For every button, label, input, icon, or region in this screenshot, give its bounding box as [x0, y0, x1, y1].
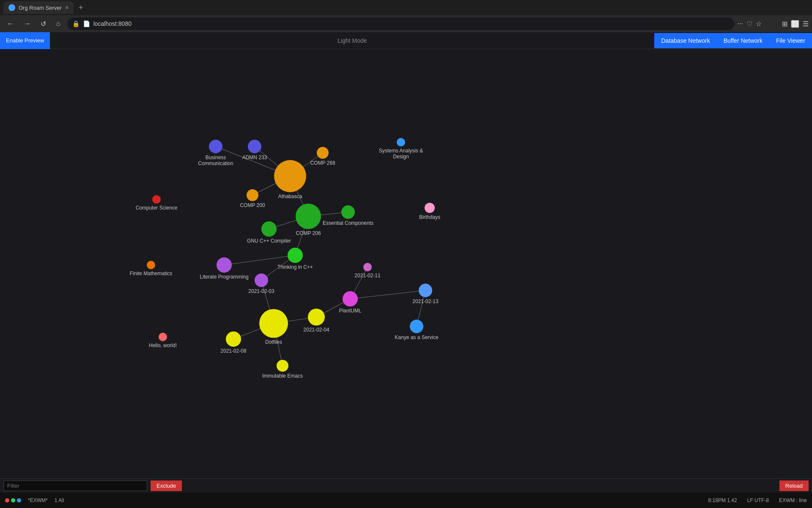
enable-preview-button[interactable]: Enable Preview [0, 32, 50, 49]
graph-node-label-dotfiles: Dotfiles [265, 339, 282, 345]
refresh-button[interactable]: ↺ [37, 18, 49, 30]
graph-node-label-date_2021_02_13: 2021-02-13 [412, 298, 439, 304]
file-viewer-tab[interactable]: File Viewer [769, 33, 812, 48]
browser-tab[interactable]: Org Roam Server × [3, 1, 74, 14]
graph-node-computer_science[interactable] [152, 195, 161, 204]
exclude-button[interactable]: Exclude [151, 480, 182, 491]
graph-node-literate_prog[interactable] [217, 257, 232, 273]
graph-node-date_2021_02_13[interactable] [419, 284, 432, 297]
graph-node-date_2021_02_03[interactable] [255, 273, 268, 287]
nav-buttons: Database Network Buffer Network File Vie… [654, 33, 812, 48]
status-bar: *EXWM* 1 All 8:18PM 1.42 LF UTF-8 EXWM :… [0, 493, 812, 508]
graph-node-admn233[interactable] [248, 140, 261, 153]
page-icon: 📄 [83, 20, 90, 27]
back-button[interactable]: ← [3, 18, 17, 29]
new-tab-button[interactable]: + [75, 2, 87, 14]
graph-edge [224, 255, 295, 265]
graph-node-date_2021_02_04[interactable] [308, 309, 325, 326]
bottom-bar: Exclude Reload [0, 478, 812, 493]
graph-node-comp268[interactable] [317, 147, 329, 159]
graph-node-label-birthdays: Birthdays [419, 214, 440, 220]
status-right: 8:18PM 1.42 LF UTF-8 EXWM : line [708, 497, 807, 503]
graph-node-label-immutable_emacs: Immutable Emacs [262, 373, 303, 379]
graph-node-label-admn233: ADMN 233 [242, 155, 267, 160]
graph-node-label-finite_math: Finite Mathematics [130, 271, 173, 276]
graph-node-date_2021_02_11[interactable] [363, 263, 372, 271]
security-icon: 🔒 [72, 20, 80, 27]
tab-close-icon[interactable]: × [65, 4, 69, 11]
graph-node-label-kanye_service: Kanye as a Service [395, 334, 439, 340]
graph-node-kanye_service[interactable] [410, 320, 423, 333]
filter-input[interactable] [3, 480, 147, 491]
star-icon[interactable]: ☆ [756, 20, 762, 28]
forward-button[interactable]: → [20, 18, 34, 29]
more-icon[interactable]: ··· [738, 20, 743, 28]
graph-node-immutable_emacs[interactable] [277, 360, 288, 372]
graph-node-label-essential_comp: Essential Components [323, 220, 373, 226]
network-graph: AthabascaCOMP 206DotfilesADMN 233COMP 26… [0, 49, 812, 506]
database-network-tab[interactable]: Database Network [654, 33, 716, 48]
graph-node-label-literate_prog: Literate Programming [200, 274, 248, 280]
graph-node-label-gnu_cpp: GNU C++ Compiler [247, 238, 291, 244]
graph-node-athabasca[interactable] [274, 160, 306, 192]
graph-node-label-thinking_cpp: Thinking in C++ [277, 264, 313, 270]
dot-blue [17, 498, 21, 502]
graph-node-label-date_2021_02_11: 2021-02-11 [354, 273, 381, 279]
graph-node-plantuml[interactable] [343, 291, 358, 306]
graph-node-label-athabasca: Athabasca [278, 193, 302, 199]
graph-node-label-date_2021_02_03: 2021-02-03 [248, 288, 274, 294]
dot-red [5, 498, 9, 502]
graph-node-label-comp268: COMP 268 [310, 160, 335, 166]
home-button[interactable]: ⌂ [53, 18, 64, 29]
grid-icon[interactable]: ⊞ [782, 20, 787, 28]
graph-node-hello_world[interactable] [159, 333, 167, 341]
graph-node-comp200[interactable] [247, 189, 258, 201]
favicon-icon [8, 4, 15, 11]
graph-node-gnu_cpp[interactable] [261, 221, 277, 237]
graph-area[interactable]: AthabascaCOMP 206DotfilesADMN 233COMP 26… [0, 49, 812, 506]
reload-button[interactable]: Reload [779, 480, 809, 491]
status-encoding: LF UTF-8 [747, 497, 769, 503]
graph-node-essential_comp[interactable] [341, 205, 355, 219]
graph-node-label-business_comm: BusinessCommunication [198, 155, 233, 166]
menu-icon[interactable]: ☰ [803, 20, 809, 28]
status-dots [5, 498, 21, 502]
graph-node-business_comm[interactable] [209, 140, 222, 153]
graph-node-label-plantuml: PlantUML [339, 308, 362, 314]
tab-title: Org Roam Server [19, 5, 62, 11]
graph-node-label-date_2021_02_08: 2021-02-08 [220, 348, 247, 354]
graph-node-label-systems_analysis: Systems Analysis &Design [379, 148, 423, 160]
dot-green [11, 498, 15, 502]
buffer-network-tab[interactable]: Buffer Network [717, 33, 769, 48]
graph-node-label-hello_world: Hello, world! [149, 342, 177, 348]
graph-node-systems_analysis[interactable] [397, 138, 405, 146]
graph-node-dotfiles[interactable] [259, 309, 288, 338]
workspace-num: 1 All [55, 497, 64, 503]
bookmark-icon[interactable]: ♡ [746, 20, 752, 28]
window-icon[interactable]: ⬜ [791, 20, 799, 28]
graph-node-comp206[interactable] [296, 204, 321, 229]
address-bar[interactable]: 🔒 📄 localhost:8080 [67, 17, 734, 30]
graph-node-date_2021_02_08[interactable] [226, 331, 241, 347]
nav-extras: ··· ♡ ☆ ⊞ ⬜ ☰ [738, 20, 809, 28]
graph-node-birthdays[interactable] [425, 203, 435, 213]
graph-node-label-comp206: COMP 206 [296, 230, 321, 236]
light-mode-label[interactable]: Light Mode [50, 37, 654, 44]
graph-node-label-date_2021_02_04: 2021-02-04 [303, 327, 329, 333]
graph-edge [350, 290, 425, 299]
graph-node-label-computer_science: Computer Science [136, 205, 178, 211]
app-header: Enable Preview Light Mode Database Netwo… [0, 32, 812, 49]
status-mode: EXWM : line [779, 497, 807, 503]
status-time: 8:18PM 1.42 [708, 497, 737, 503]
graph-node-label-comp200: COMP 200 [240, 202, 265, 208]
graph-node-thinking_cpp[interactable] [288, 248, 303, 263]
workspace-label: *EXWM* [28, 497, 48, 503]
address-text: localhost:8080 [93, 20, 132, 27]
graph-node-finite_math[interactable] [147, 261, 155, 269]
